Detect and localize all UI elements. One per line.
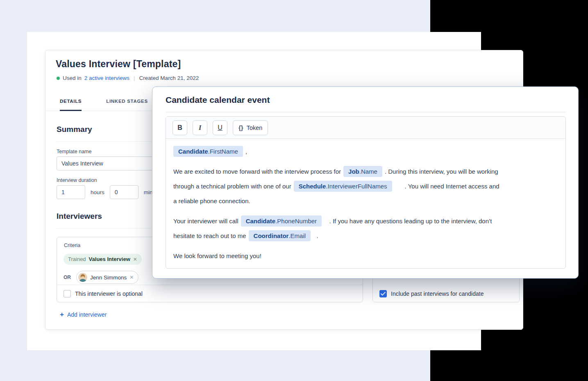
- jenn-simmons-avatar: [78, 273, 87, 282]
- token-button-label: Token: [247, 125, 263, 131]
- used-in-text: Used in: [63, 75, 82, 81]
- meta-divider: |: [132, 75, 136, 81]
- optional-checkbox[interactable]: [64, 290, 71, 297]
- add-interviewer-button[interactable]: + Add interviewer: [60, 311, 107, 318]
- interviewer-pill-jenn-simmons[interactable]: Jenn Simmons ✕: [76, 271, 138, 284]
- minutes-input[interactable]: [110, 185, 138, 199]
- underline-button[interactable]: U: [213, 120, 227, 135]
- criteria-pill-trained[interactable]: Trained Values Interview ✕: [64, 254, 142, 265]
- token-chip[interactable]: Coordinator.Email: [249, 230, 311, 241]
- editor-paragraph: Candidate.FirstName,: [173, 144, 558, 159]
- token-chip[interactable]: Candidate.FirstName: [173, 146, 243, 157]
- template-meta: Used in 2 active interviews | Created Ma…: [57, 75, 199, 81]
- criteria-label: Criteria: [64, 243, 80, 248]
- include-past-label[interactable]: Include past interviews for candidate: [391, 290, 484, 297]
- interview-duration-label: Interview duration: [57, 177, 97, 183]
- candidate-calendar-event-dialog: Candidate calendar event B I U {} Token …: [152, 86, 579, 279]
- token-chip[interactable]: Job.Name: [343, 166, 382, 177]
- calendar-event-editor: B I U {} Token Candidate.FirstName,We ar…: [166, 116, 566, 269]
- pill-prefix: Trained: [68, 256, 86, 262]
- token-braces-icon: {}: [238, 124, 243, 131]
- hours-input[interactable]: [57, 185, 85, 199]
- summary-heading: Summary: [57, 125, 92, 134]
- italic-button[interactable]: I: [193, 120, 207, 135]
- include-past-row: Include past interviews for candidate: [379, 285, 484, 302]
- plus-icon: +: [60, 311, 64, 318]
- pill-name: Values Interview: [89, 256, 130, 262]
- page-title: Values Interview [Template]: [56, 59, 181, 70]
- token-button[interactable]: {} Token: [233, 120, 268, 135]
- check-icon: [381, 292, 386, 296]
- optional-checkbox-label[interactable]: This interviewer is optional: [75, 290, 143, 297]
- editor-paragraph: We look forward to meeting you!: [173, 249, 558, 263]
- active-interviews-link[interactable]: 2 active interviews: [84, 75, 129, 81]
- editor-toolbar: B I U {} Token: [166, 117, 565, 139]
- tab-details[interactable]: DETAILS: [60, 93, 82, 111]
- interviewer-name: Jenn Simmons: [90, 274, 127, 281]
- editor-content[interactable]: Candidate.FirstName,We are excited to mo…: [166, 139, 565, 269]
- active-status-dot: [57, 77, 60, 80]
- token-chip[interactable]: Schedule.InterviewerFullNames: [294, 181, 392, 192]
- add-interviewer-label: Add interviewer: [67, 311, 107, 318]
- template-name-input[interactable]: [57, 156, 166, 170]
- or-row: OR Jenn Simmons ✕: [64, 271, 138, 284]
- include-past-checkbox[interactable]: [379, 290, 387, 297]
- optional-checkbox-row: This interviewer is optional: [64, 285, 143, 302]
- editor-paragraph: We are excited to move forward with the …: [173, 164, 558, 209]
- criteria-pill-row: Trained Values Interview ✕: [64, 254, 142, 265]
- remove-interviewer-icon[interactable]: ✕: [129, 275, 134, 280]
- remove-pill-icon[interactable]: ✕: [133, 257, 137, 262]
- token-chip[interactable]: Candidate.PhoneNumber: [241, 215, 322, 227]
- duration-row: hours minutes: [57, 185, 163, 199]
- template-name-label: Template name: [57, 149, 91, 154]
- hours-unit-label: hours: [91, 189, 104, 195]
- dialog-title-divider: [166, 112, 566, 112]
- interviewers-heading: Interviewers: [57, 212, 102, 221]
- or-label: OR: [64, 274, 71, 280]
- bold-button[interactable]: B: [173, 120, 187, 135]
- created-text: Created March 21, 2022: [139, 75, 199, 81]
- editor-paragraph: Your interviewer will callCandidate.Phon…: [173, 214, 558, 243]
- dialog-title: Candidate calendar event: [166, 95, 270, 105]
- tab-linked-stages[interactable]: LINKED STAGES: [106, 93, 148, 111]
